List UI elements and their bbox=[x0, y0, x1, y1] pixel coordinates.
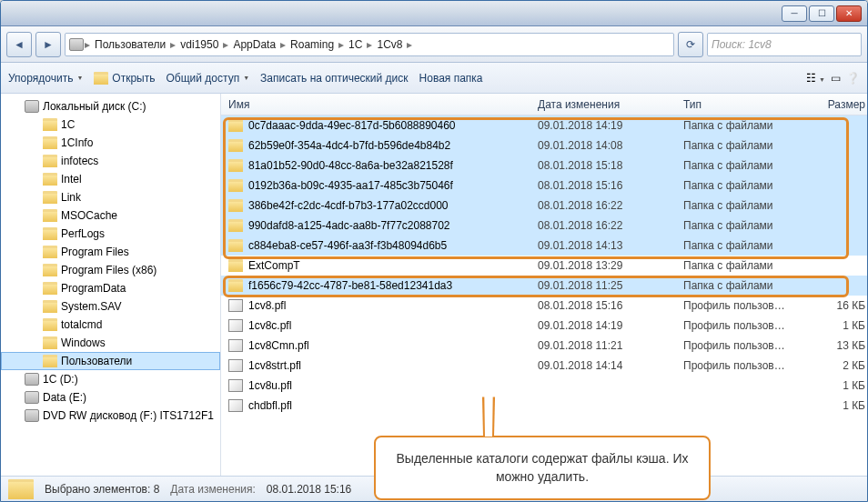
tree-item[interactable]: Program Files bbox=[1, 243, 220, 261]
burn-button[interactable]: Записать на оптический диск bbox=[260, 72, 409, 85]
status-selected: Выбрано элементов: 8 bbox=[45, 483, 159, 496]
col-type[interactable]: Тип bbox=[683, 98, 820, 111]
tree-item[interactable]: Intel bbox=[1, 170, 220, 188]
folder-icon bbox=[228, 139, 243, 152]
folder-icon bbox=[228, 259, 243, 272]
folder-icon bbox=[43, 118, 57, 131]
folder-icon bbox=[43, 155, 57, 167]
file-row[interactable]: 990dafd8-a125-4adc-aa8b-7f77c208870208.0… bbox=[221, 216, 867, 236]
status-date: 08.01.2018 15:16 bbox=[267, 483, 351, 496]
minimize-button[interactable]: ─ bbox=[782, 5, 807, 22]
drive-icon bbox=[25, 409, 39, 422]
folder-icon bbox=[43, 264, 57, 276]
breadcrumb[interactable]: AppData bbox=[229, 38, 279, 51]
col-size[interactable]: Размер bbox=[820, 98, 865, 111]
folder-icon bbox=[43, 282, 57, 295]
tree-item[interactable]: totalcmd bbox=[1, 316, 220, 334]
file-row[interactable]: 1cv8Cmn.pfl09.01.2018 11:21Профиль польз… bbox=[221, 336, 867, 356]
folder-icon bbox=[43, 318, 57, 331]
tree-item[interactable]: DVD RW дисковод (F:) ITS1712F1 bbox=[1, 407, 220, 425]
tree-item[interactable]: Link bbox=[1, 188, 220, 206]
folder-icon bbox=[228, 199, 243, 212]
file-row[interactable]: 81a01b52-90d0-48cc-8a6a-be32a821528f08.0… bbox=[221, 156, 867, 176]
col-name[interactable]: Имя bbox=[228, 98, 538, 111]
tree-item[interactable]: Data (E:) bbox=[1, 388, 220, 407]
annotation-callout: Выделенные каталоги содержат файлы кэша.… bbox=[374, 401, 711, 500]
nav-bar: ◄ ► ▸ Пользователи▸ vdi1950▸ AppData▸ Ro… bbox=[1, 26, 867, 63]
maximize-button[interactable]: ☐ bbox=[809, 5, 834, 22]
preview-pane-button[interactable]: ▭ bbox=[831, 72, 841, 85]
drive-icon bbox=[69, 38, 84, 51]
drive-icon bbox=[25, 373, 39, 386]
tree-item[interactable]: 1C bbox=[1, 115, 220, 134]
organize-button[interactable]: Упорядочить ▼ bbox=[8, 72, 83, 85]
folder-icon bbox=[8, 479, 34, 499]
breadcrumb[interactable]: Пользователи bbox=[91, 38, 169, 51]
search-placeholder: Поиск: 1cv8 bbox=[712, 38, 772, 51]
tree-item[interactable]: Program Files (x86) bbox=[1, 261, 220, 279]
tree-item[interactable]: 1C (D:) bbox=[1, 370, 220, 388]
folder-icon bbox=[228, 239, 243, 252]
explorer-window: ─ ☐ ✕ ◄ ► ▸ Пользователи▸ vdi1950▸ AppDa… bbox=[0, 0, 868, 502]
breadcrumb[interactable]: vdi1950 bbox=[177, 38, 222, 51]
open-icon bbox=[94, 72, 108, 85]
folder-icon bbox=[228, 179, 243, 192]
folder-icon bbox=[43, 136, 57, 149]
file-row[interactable]: 1cv8strt.pfl09.01.2018 14:14Профиль поль… bbox=[221, 356, 867, 376]
folder-icon bbox=[43, 209, 57, 222]
tree-item[interactable]: MSOCache bbox=[1, 206, 220, 225]
file-icon bbox=[228, 339, 243, 352]
file-row[interactable]: c884eba8-ce57-496f-aa3f-f3b48094d6b509.0… bbox=[221, 236, 867, 256]
tree-item[interactable]: System.SAV bbox=[1, 297, 220, 316]
tree-item[interactable]: 1CInfo bbox=[1, 134, 220, 152]
folder-icon bbox=[43, 336, 57, 349]
folder-icon bbox=[43, 246, 57, 258]
file-row[interactable]: 1cv8u.pfl1 КБ bbox=[221, 376, 867, 396]
folder-tree[interactable]: Локальный диск (C:)1C1CInfoinfotecsIntel… bbox=[1, 94, 221, 476]
newfolder-button[interactable]: Новая папка bbox=[419, 72, 483, 85]
status-date-label: Дата изменения: bbox=[170, 483, 256, 496]
file-row[interactable]: f1656c79-42cc-4787-be81-58ed12341da309.0… bbox=[221, 276, 867, 296]
file-row[interactable]: 0c7daaac-9dda-49ec-817d-5b608889046009.0… bbox=[221, 115, 867, 136]
search-input[interactable]: Поиск: 1cv8 bbox=[707, 33, 862, 56]
tree-item[interactable]: ProgramData bbox=[1, 279, 220, 297]
forward-button[interactable]: ► bbox=[35, 32, 61, 57]
file-row[interactable]: 1cv8.pfl08.01.2018 15:16Профиль пользов…… bbox=[221, 296, 867, 316]
open-button[interactable]: Открыть bbox=[94, 72, 155, 85]
file-row[interactable]: 1cv8c.pfl09.01.2018 14:19Профиль пользов… bbox=[221, 316, 867, 336]
folder-icon bbox=[228, 119, 243, 132]
back-button[interactable]: ◄ bbox=[6, 32, 32, 57]
drive-icon bbox=[25, 100, 39, 113]
folder-icon bbox=[228, 219, 243, 232]
drive-icon bbox=[25, 391, 39, 404]
close-button[interactable]: ✕ bbox=[836, 5, 862, 22]
tree-item[interactable]: Локальный диск (C:) bbox=[1, 97, 220, 115]
breadcrumb[interactable]: 1C bbox=[345, 38, 366, 51]
folder-icon bbox=[43, 300, 57, 313]
folder-icon bbox=[43, 191, 57, 204]
col-date[interactable]: Дата изменения bbox=[538, 98, 683, 111]
breadcrumb[interactable]: Roaming bbox=[287, 38, 338, 51]
file-icon bbox=[228, 359, 243, 372]
address-bar[interactable]: ▸ Пользователи▸ vdi1950▸ AppData▸ Roamin… bbox=[65, 33, 674, 56]
file-row[interactable]: ExtCompT09.01.2018 13:29Папка с файлами bbox=[221, 256, 867, 276]
tree-item[interactable]: PerfLogs bbox=[1, 225, 220, 243]
tree-item[interactable]: Пользователи bbox=[1, 352, 220, 370]
folder-icon bbox=[228, 279, 243, 292]
file-icon bbox=[228, 299, 243, 312]
file-icon bbox=[228, 319, 243, 332]
column-headers: Имя Дата изменения Тип Размер bbox=[221, 94, 867, 115]
refresh-button[interactable]: ⟳ bbox=[678, 32, 703, 57]
tree-item[interactable]: Windows bbox=[1, 334, 220, 352]
view-button[interactable]: ☷ ▼ bbox=[806, 72, 825, 85]
file-row[interactable]: 386be42f-c2dc-4cdf-b7b3-177a02ccd00008.0… bbox=[221, 196, 867, 216]
folder-icon bbox=[43, 173, 57, 186]
toolbar: Упорядочить ▼ Открыть Общий доступ ▼ Зап… bbox=[1, 63, 867, 94]
file-row[interactable]: 0192b36a-b09c-4935-aa17-485c3b75046f08.0… bbox=[221, 176, 867, 196]
file-row[interactable]: 62b59e0f-354a-4dc4-b7fd-b596de4b84b209.0… bbox=[221, 136, 867, 156]
share-button[interactable]: Общий доступ ▼ bbox=[167, 72, 250, 85]
breadcrumb[interactable]: 1Cv8 bbox=[373, 38, 406, 51]
help-button[interactable]: ❔ bbox=[846, 72, 860, 85]
tree-item[interactable]: infotecs bbox=[1, 152, 220, 170]
callout-text: Выделенные каталоги содержат файлы кэша.… bbox=[374, 436, 711, 500]
